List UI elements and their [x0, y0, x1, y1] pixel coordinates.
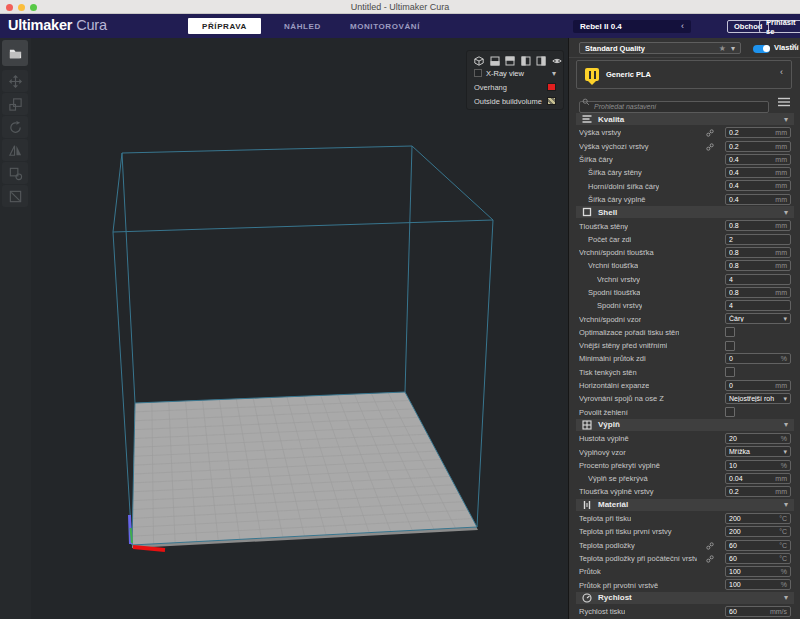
section-header-bar: Kvalita▾: [576, 113, 794, 125]
quality-icon: [582, 114, 592, 124]
setting-checkbox[interactable]: [725, 327, 735, 337]
stage-tabs: PŘÍPRAVANÁHLEDMONITOROVÁNÍ: [188, 14, 426, 38]
speed-icon: [582, 593, 592, 603]
setting-label: Teplota podložky: [579, 541, 635, 550]
setting-value-field[interactable]: 60°C: [725, 553, 791, 564]
setting-label: Optimalizace pořadí tisku stěn: [579, 328, 679, 337]
setting-value-field[interactable]: 4: [725, 274, 791, 285]
search-input[interactable]: [579, 101, 769, 113]
section-header-material[interactable]: Materiál▾: [569, 499, 800, 512]
setting-value-field[interactable]: 0.4mm: [725, 180, 791, 191]
setting-value: 0.4: [729, 169, 775, 176]
setting-value-field[interactable]: 0.2mm: [725, 127, 791, 138]
setting-label: Výplňový vzor: [579, 448, 626, 457]
setting-value-field[interactable]: 4: [725, 300, 791, 311]
setting-checkbox[interactable]: [725, 341, 735, 351]
setting-select[interactable]: Mřížka▾: [725, 446, 791, 457]
setting-value-field[interactable]: 0.8mm: [725, 220, 791, 231]
setting-value-field[interactable]: 10%: [725, 460, 791, 471]
setting-unit: mm: [775, 222, 787, 229]
value-box: 10%: [725, 460, 791, 471]
setting-value-field[interactable]: 2: [725, 234, 791, 245]
setting-value-field[interactable]: 0.8mm: [725, 247, 791, 258]
section-header-rychlost[interactable]: Rychlost▾: [569, 592, 800, 605]
setting-row: Vnější stěny před vnitřními: [569, 339, 800, 352]
print-setup-panel: Standard Quality ★ ▾ Vlastní × Generic P…: [568, 38, 800, 619]
setting-value: 0.8: [729, 222, 775, 229]
setting-value-field[interactable]: 0.4mm: [725, 194, 791, 205]
camera-icon[interactable]: [552, 56, 562, 66]
setting-value-field[interactable]: 60°C: [725, 540, 791, 551]
value-box: 60mm/s: [725, 606, 791, 617]
value-box: 0.2mm: [725, 127, 791, 138]
tab-monitor[interactable]: MONITOROVÁNÍ: [344, 19, 426, 34]
section-header-shell[interactable]: Shell▾: [569, 206, 800, 219]
value-box: Čáry▾: [725, 313, 791, 324]
tab-preview[interactable]: NÁHLED: [278, 19, 327, 34]
setting-label: Vnější stěny před vnitřními: [579, 341, 667, 350]
setting-value-field[interactable]: 20%: [725, 433, 791, 444]
section-header-vypln[interactable]: Výplň▾: [569, 419, 800, 432]
setting-value-field[interactable]: 200°C: [725, 526, 791, 537]
setting-row: Průtok při prvotní vrstvě100%: [569, 578, 800, 591]
setting-checkbox[interactable]: [725, 407, 735, 417]
setting-value-field[interactable]: 0.4mm: [725, 154, 791, 165]
setting-value-field[interactable]: 100%: [725, 566, 791, 577]
setting-value-field[interactable]: 0.04mm: [725, 473, 791, 484]
sign-in-button[interactable]: Přihlásit se: [759, 20, 800, 33]
value-box: 4: [725, 274, 791, 285]
setting-visibility-menu-icon[interactable]: [778, 97, 790, 107]
setting-value: 60: [729, 608, 770, 615]
front-view-icon[interactable]: [490, 56, 500, 66]
view-mode-dropdown[interactable]: X-Ray view ▾: [474, 66, 556, 80]
setting-value: 0.2: [729, 488, 775, 495]
setting-unit: mm/s: [770, 608, 787, 615]
profile-name: Standard Quality: [585, 44, 719, 53]
viewport-3d[interactable]: X-Ray view ▾ OverhangOutside buildvolume: [0, 38, 568, 619]
setting-label: Teplota při tisku první vrstvy: [579, 527, 672, 536]
tab-prepare[interactable]: PŘÍPRAVA: [188, 18, 261, 34]
section-header-kvalita[interactable]: Kvalita▾: [569, 113, 800, 126]
setting-value-field[interactable]: 0mm: [725, 380, 791, 391]
setting-row: Výška vrstvy0.2mm: [569, 126, 800, 139]
3d-view-icon[interactable]: [474, 56, 484, 66]
setting-unit: %: [781, 355, 787, 362]
close-panel-icon[interactable]: ×: [791, 41, 797, 52]
setting-select[interactable]: Čáry▾: [725, 313, 791, 324]
link-icon: [706, 555, 714, 563]
setting-label: Tisk tenkých stěn: [579, 368, 637, 377]
left-view-icon[interactable]: [521, 56, 531, 66]
shell-icon: [582, 207, 592, 217]
setting-value-field[interactable]: 0%: [725, 353, 791, 364]
setting-label: Výška výchozí vrstvy: [579, 142, 649, 151]
setting-unit: %: [781, 462, 787, 469]
material-selector[interactable]: Generic PLA ‹: [576, 60, 792, 89]
value-box: 60°C: [725, 553, 791, 564]
profile-dropdown[interactable]: Standard Quality ★ ▾: [579, 42, 741, 54]
setting-value-field[interactable]: 0.2mm: [725, 486, 791, 497]
setting-value-field[interactable]: 0.8mm: [725, 287, 791, 298]
value-box: 0.04mm: [725, 473, 791, 484]
material-icon: [582, 500, 592, 510]
setting-select[interactable]: Nejostřejší roh▾: [725, 393, 791, 404]
window-title: Untitled - Ultimaker Cura: [0, 2, 800, 12]
setting-label: Průtok: [579, 567, 601, 576]
setting-value-field[interactable]: 0.8mm: [725, 260, 791, 271]
setting-value-field[interactable]: 100%: [725, 579, 791, 590]
setting-unit: °C: [779, 528, 787, 535]
legend-row: Overhang: [474, 80, 556, 94]
setting-row: Rychlost tisku60mm/s: [569, 605, 800, 618]
setting-row: Počet čar zdi2: [569, 233, 800, 246]
setting-checkbox[interactable]: [725, 367, 735, 377]
right-view-icon[interactable]: [536, 56, 546, 66]
setting-value-field[interactable]: 0.4mm: [725, 167, 791, 178]
section-title: Materiál: [598, 500, 778, 509]
setting-row: Optimalizace pořadí tisku stěn: [569, 326, 800, 339]
setting-value-field[interactable]: 0.2mm: [725, 141, 791, 152]
setting-row: Spodní vrstvy4: [569, 299, 800, 312]
top-view-icon[interactable]: [505, 56, 515, 66]
setting-value-field[interactable]: 60mm/s: [725, 606, 791, 617]
printer-selector[interactable]: Rebel II 0.4 ‹: [573, 20, 691, 33]
custom-mode-toggle[interactable]: [753, 45, 770, 53]
setting-value-field[interactable]: 200°C: [725, 513, 791, 524]
